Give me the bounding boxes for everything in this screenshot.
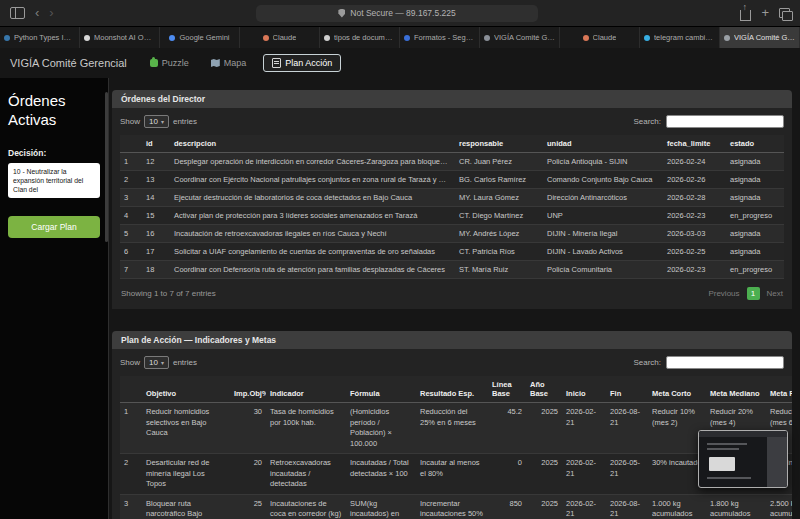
orders-page-length: Show 10 ▾ entries [120, 115, 197, 128]
table-row[interactable]: 617Solicitar a UIAF congelamiento de cue… [120, 243, 784, 261]
next-button[interactable]: Next [767, 289, 783, 298]
column-header[interactable]: responsable [455, 135, 543, 153]
column-header[interactable]: Meta Mediano [706, 376, 766, 403]
screenshot-preview-thumbnail[interactable] [698, 430, 788, 488]
previous-button[interactable]: Previous [708, 289, 739, 298]
tab-favicon [724, 35, 730, 41]
not-secure-shield-icon [338, 9, 345, 18]
table-cell: 12 [142, 153, 170, 171]
table-row[interactable]: 415Activar plan de protección para 3 líd… [120, 207, 784, 225]
plan-search-input[interactable] [666, 356, 784, 369]
browser-tab[interactable]: Claude [240, 27, 320, 48]
table-row[interactable]: 314Ejecutar destrucción de laboratorios … [120, 189, 784, 207]
orders-page-size-select[interactable]: 10 ▾ [144, 115, 169, 128]
browser-tab[interactable]: Python Types Intr... [0, 27, 80, 48]
table-row[interactable]: 718Coordinar con Defensoría ruta de aten… [120, 261, 784, 279]
browser-tab[interactable]: VIGÍA Comité Geren... [720, 27, 800, 48]
table-cell: Incautaciones de coca en corredor (kg) [266, 494, 346, 519]
search-label: Search: [633, 358, 661, 367]
entries-label: entries [173, 117, 197, 126]
orders-panel-title: Órdenes del Director [112, 90, 792, 108]
scrollbar-thumb[interactable] [105, 92, 108, 242]
orders-search-input[interactable] [666, 115, 784, 128]
browser-tab[interactable]: telegram cambiar... [640, 27, 720, 48]
nav-item-puzzle[interactable]: Puzzle [145, 55, 194, 71]
browser-tab[interactable]: Google Gemini [160, 27, 240, 48]
decision-select[interactable]: 10 - Neutralizar la expansión territoria… [8, 163, 100, 199]
table-cell: 16 [142, 225, 170, 243]
column-header[interactable]: fecha_limite [663, 135, 726, 153]
table-cell: 2026-02-21 [562, 403, 606, 454]
column-header[interactable]: id [142, 135, 170, 153]
load-plan-button[interactable]: Cargar Plan [8, 216, 100, 238]
new-tab-icon[interactable]: + [761, 6, 769, 19]
sidebar-title: Órdenes Activas [8, 92, 100, 130]
tab-favicon [583, 35, 589, 41]
column-header[interactable] [120, 135, 142, 153]
tab-label: Formatos - Seguri... [414, 33, 475, 42]
column-header[interactable]: estado [726, 135, 784, 153]
orders-showing-info: Showing 1 to 7 of 7 entries [121, 289, 216, 298]
column-header[interactable]: Inicio [562, 376, 606, 403]
column-header[interactable]: Indicador [266, 376, 346, 403]
table-row[interactable]: 3Bloquear ruta narcotráfico Bajo Cauca-U… [120, 494, 792, 519]
thumbnail-line [707, 448, 739, 450]
browser-tab[interactable]: Formatos - Seguri... [400, 27, 480, 48]
tab-label: tipos de documen... [334, 33, 395, 42]
chevron-down-icon: ▾ [161, 359, 164, 366]
plan-table: ObjetivoImp.Obj%IndicadorFórmulaResultad… [120, 376, 792, 519]
table-cell: 18 [142, 261, 170, 279]
column-header[interactable]: Fin [606, 376, 648, 403]
back-icon[interactable]: ‹ [35, 6, 39, 19]
column-header[interactable]: Año Base [526, 376, 562, 403]
plan-search: Search: [633, 356, 784, 369]
table-cell: asignada [726, 189, 784, 207]
share-icon[interactable] [740, 10, 751, 21]
thumbnail-panel [767, 437, 787, 487]
tab-favicon [263, 35, 269, 41]
table-cell: 2 [120, 171, 142, 189]
table-row[interactable]: 112Desplegar operación de interdicción e… [120, 153, 784, 171]
browser-tab[interactable]: VIGÍA Comité Ger... [480, 27, 560, 48]
entries-label: entries [173, 358, 197, 367]
column-header[interactable]: Resultado Esp. [416, 376, 488, 403]
tab-overview-icon[interactable] [779, 8, 790, 18]
browser-window: ‹ › Not Secure — 89.167.5.225 + Python T… [0, 0, 800, 519]
table-cell: Retroexcavadoras incautadas / detectadas [266, 454, 346, 495]
column-header[interactable]: Objetivo [142, 376, 230, 403]
table-cell: Reducir homicidios selectivos en Bajo Ca… [142, 403, 230, 454]
plan-page-size-select[interactable]: 10 ▾ [144, 356, 169, 369]
nav-item-mapa[interactable]: Mapa [206, 55, 252, 71]
table-cell: (Homicidios período / Población) × 100.0… [346, 403, 416, 454]
browser-tab[interactable]: Claude [560, 27, 640, 48]
puzzle-icon [150, 59, 158, 67]
forward-icon[interactable]: › [49, 6, 53, 19]
column-header[interactable]: Línea Base [488, 376, 526, 403]
table-row[interactable]: 2Desarticular red de minería ilegal Los … [120, 454, 792, 495]
table-cell: CT. Diego Martínez [455, 207, 543, 225]
column-header[interactable]: unidad [543, 135, 663, 153]
browser-tab[interactable]: tipos de documen... [320, 27, 400, 48]
tab-label: telegram cambiar... [654, 33, 715, 42]
column-header[interactable]: Imp.Obj% [230, 376, 266, 403]
browser-tab[interactable]: Moonshot AI Ope... [80, 27, 160, 48]
column-header[interactable]: descripcion [170, 135, 455, 153]
column-header[interactable]: Meta Final [766, 376, 792, 403]
column-header[interactable]: Meta Corto [648, 376, 706, 403]
table-cell: MY. Laura Gómez [455, 189, 543, 207]
table-cell: MY. Andrés López [455, 225, 543, 243]
table-row[interactable]: 1Reducir homicidios selectivos en Bajo C… [120, 403, 792, 454]
table-cell: 2025 [526, 494, 562, 519]
address-bar[interactable]: Not Secure — 89.167.5.225 [256, 5, 538, 22]
table-cell: asignada [726, 225, 784, 243]
nav-item-plan-accion[interactable]: Plan Acción [263, 54, 341, 72]
table-cell: 4 [120, 207, 142, 225]
table-row[interactable]: 516Incautación de retroexcavadoras ilega… [120, 225, 784, 243]
page-1-button[interactable]: 1 [747, 287, 760, 300]
table-cell: 2025 [526, 403, 562, 454]
column-header[interactable]: Fórmula [346, 376, 416, 403]
column-header[interactable] [120, 376, 142, 403]
sidebar-toggle-icon[interactable] [10, 7, 25, 19]
orders-controls: Show 10 ▾ entries Search: [120, 115, 784, 128]
table-row[interactable]: 213Coordinar con Ejército Nacional patru… [120, 171, 784, 189]
